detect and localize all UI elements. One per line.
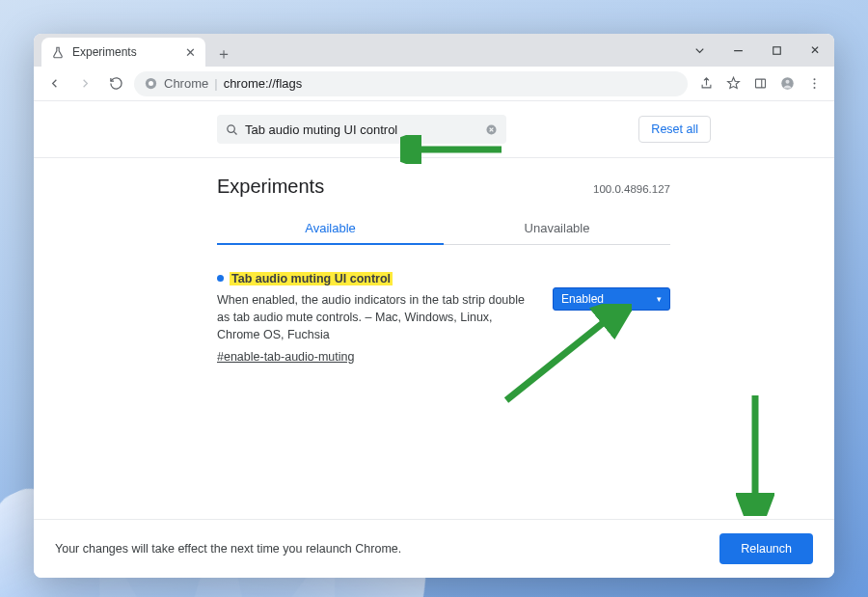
flag-description: When enabled, the audio indicators in th… [217, 291, 533, 343]
relaunch-button[interactable]: Relaunch [719, 533, 813, 564]
chrome-version: 100.0.4896.127 [593, 183, 670, 195]
svg-point-7 [813, 83, 815, 85]
flag-id-link[interactable]: #enable-tab-audio-muting [217, 348, 354, 366]
omnibox-origin: Chrome [164, 76, 208, 91]
relaunch-footer: Your changes will take effect the next t… [34, 519, 834, 578]
tab-title: Experiments [72, 45, 137, 59]
content-area: Reset all Experiments 100.0.4896.127 Ava… [34, 101, 834, 519]
menu-icon[interactable] [801, 71, 827, 96]
flags-search-input[interactable] [245, 122, 478, 137]
chevron-down-icon[interactable] [680, 34, 719, 67]
flags-tabs: Available Unavailable [217, 211, 670, 245]
modified-indicator-icon [217, 275, 224, 282]
svg-rect-0 [773, 46, 780, 54]
new-tab-button[interactable]: ＋ [211, 41, 236, 67]
svg-point-5 [785, 80, 789, 84]
flag-state-value: Enabled [561, 292, 604, 306]
share-icon[interactable] [693, 71, 719, 96]
maximize-button[interactable] [757, 34, 796, 67]
toolbar: Chrome | chrome://flags [34, 67, 834, 101]
svg-point-9 [228, 124, 235, 132]
flag-entry: Tab audio muting UI control When enabled… [34, 245, 834, 375]
titlebar: Experiments ✕ ＋ ✕ [34, 34, 834, 67]
address-bar[interactable]: Chrome | chrome://flags [134, 71, 688, 96]
forward-button[interactable] [72, 71, 97, 96]
search-icon [225, 122, 239, 137]
side-panel-icon[interactable] [747, 71, 773, 96]
flag-title: Tab audio muting UI control [230, 272, 393, 285]
omnibox-path: chrome://flags [224, 76, 303, 91]
chevron-down-icon: ▾ [657, 294, 662, 304]
flags-search-box [217, 115, 506, 144]
svg-point-6 [813, 78, 815, 80]
window-controls: ✕ [680, 34, 834, 67]
tab-available[interactable]: Available [217, 211, 444, 245]
browser-tab[interactable]: Experiments ✕ [41, 38, 205, 67]
flask-icon [51, 45, 65, 59]
back-button[interactable] [41, 71, 67, 96]
reload-button[interactable] [103, 71, 128, 96]
chrome-window: Experiments ✕ ＋ ✕ Chrome | chrome://flag… [34, 34, 834, 578]
close-window-button[interactable]: ✕ [796, 34, 834, 67]
tab-unavailable[interactable]: Unavailable [444, 211, 670, 244]
svg-rect-3 [755, 79, 765, 88]
svg-point-8 [813, 87, 815, 89]
minimize-button[interactable] [719, 34, 757, 67]
chrome-logo-icon [144, 76, 158, 91]
svg-point-2 [149, 81, 153, 86]
profile-icon[interactable] [774, 71, 800, 96]
footer-message: Your changes will take effect the next t… [55, 542, 401, 556]
page-title: Experiments [217, 176, 324, 198]
close-tab-icon[interactable]: ✕ [185, 45, 196, 60]
flag-state-dropdown[interactable]: Enabled ▾ [553, 287, 670, 311]
bookmark-icon[interactable] [720, 71, 746, 96]
clear-search-icon[interactable] [484, 122, 499, 137]
reset-all-button[interactable]: Reset all [638, 116, 711, 143]
